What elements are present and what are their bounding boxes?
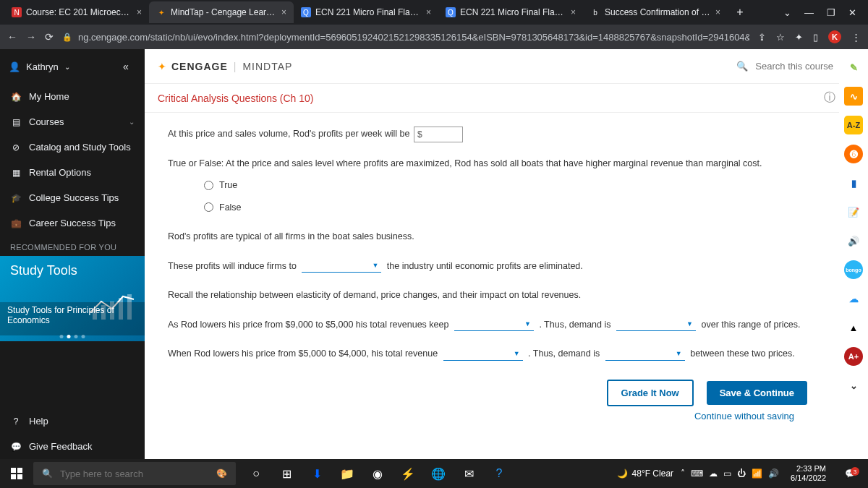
browser-tab[interactable]: N Course: EC 201 Microeconom × [4,1,149,23]
sidebar-item-catalog[interactable]: ⊘ Catalog and Study Tools [0,134,145,160]
close-icon[interactable]: × [715,7,720,17]
dropdown-blank[interactable]: ▼ [443,348,523,361]
promo-card[interactable]: Study Tools Study Tools for Principles o… [0,256,145,341]
weather-widget[interactable]: 🌙 48°F Clear [617,468,674,479]
cloud-icon[interactable]: ☁ [844,289,863,308]
sidebar-item-label: Career Success Tips [29,218,116,228]
share-icon[interactable]: ⇪ [758,32,766,43]
mail-icon[interactable]: ✉ [454,459,483,488]
highlighter-icon[interactable]: ✎ [844,58,863,77]
clock-date: 6/14/2022 [791,474,826,483]
carousel-dots[interactable] [60,335,85,338]
sidebar-item-rental[interactable]: ▦ Rental Options [0,160,145,185]
bongo-icon[interactable]: bongo [844,260,863,279]
profile-avatar[interactable]: K [828,30,841,43]
kebab-menu-icon[interactable]: ⋮ [851,32,861,43]
dropdown-blank[interactable]: ▼ [302,260,381,273]
task-view-icon[interactable]: ⊞ [272,459,301,488]
chevron-down-icon: ▼ [372,260,378,271]
sidebar-item-home[interactable]: 🏠 My Home [0,84,145,109]
app-shell: 👤 Kathryn ⌄ « 🏠 My Home ▤ Courses ⌄ ⊘ Ca… [0,49,868,459]
onedrive-icon[interactable]: ☁ [709,468,718,479]
flash-icon[interactable]: ➏ [844,145,863,163]
question-range2: When Rod lowers his price from $5,000 to… [168,346,814,362]
favicon: b [590,7,600,17]
sidebar-item-feedback[interactable]: 💬 Give Feedback [0,434,145,459]
rss-icon[interactable]: ∿ [844,87,863,106]
notifications-button[interactable]: 💬 3 [838,468,862,479]
volume-icon[interactable]: 🔊 [768,468,779,479]
cengage-logo: ✦ CENGAGE|MINDTAP [158,61,292,72]
chrome-icon[interactable]: ◉ [363,459,392,488]
sidebar-item-courses[interactable]: ▤ Courses ⌄ [0,109,145,134]
close-icon[interactable]: × [426,7,431,17]
collapse-sidebar-icon[interactable]: « [116,61,136,72]
dropdown-blank[interactable]: ▼ [454,318,534,331]
tab-title: ECN 221 Micro Final Flashcar [315,7,422,17]
close-window-icon[interactable]: ✕ [848,7,856,18]
sidebar-heading-recommended: RECOMMENDED FOR YOU [0,236,145,256]
edge-icon[interactable]: 🌐 [424,459,453,488]
reload-icon[interactable]: ⟳ [45,31,54,43]
search-icon: 🔍 [42,468,53,479]
book-icon: ▤ [10,117,22,127]
forward-icon[interactable]: → [26,31,36,43]
sidebar-user-row[interactable]: 👤 Kathryn ⌄ « [0,49,145,84]
grade-button[interactable]: Grade It Now [607,380,694,406]
speaker-icon[interactable]: 🔊 [844,231,863,250]
bolt-icon[interactable]: ⚡ [393,459,422,488]
wifi-icon[interactable]: 📶 [752,468,762,479]
sidebar-item-help[interactable]: ? Help [0,408,145,434]
start-button[interactable] [0,459,33,488]
browser-tab[interactable]: Q ECN 221 Micro Final Flashcar × [294,1,438,23]
browser-tab[interactable]: b Success Confirmation of Que × [583,1,728,23]
notes-icon[interactable]: 📝 [844,202,863,221]
browser-tab[interactable]: Q ECN 221 Micro Final Flashcar × [438,1,583,23]
file-explorer-icon[interactable]: 📁 [333,459,362,488]
radio-option-false[interactable]: False [204,200,814,216]
browser-tab[interactable]: ✦ MindTap - Cengage Learning × [149,1,294,23]
save-continue-button[interactable]: Save & Continue [707,381,807,405]
radio-icon [204,202,213,212]
chevron-down-icon[interactable]: ⌄ [783,7,791,18]
bookshelf-icon: ▦ [10,168,22,178]
star-icon[interactable]: ☆ [776,32,785,43]
taskbar-clock[interactable]: 2:33 PM 6/14/2022 [786,464,830,482]
extensions-icon[interactable]: ✦ [795,32,803,43]
user-icon: 👤 [9,61,20,72]
search-placeholder-text[interactable]: Search this course [755,61,833,72]
glossary-icon[interactable]: A-Z [844,116,863,134]
close-icon[interactable]: × [281,7,286,17]
dropdown-blank[interactable]: ▼ [616,318,696,331]
maximize-icon[interactable]: ❐ [827,7,835,18]
dropdown-blank[interactable]: ▼ [605,348,685,361]
meet-now-icon[interactable]: ▭ [723,468,731,479]
taskbar-search[interactable]: 🔍 🎨 [33,462,236,485]
close-icon[interactable]: × [571,7,576,17]
reading-list-icon[interactable]: ▯ [813,32,818,43]
close-icon[interactable]: × [137,7,142,17]
url-field[interactable]: 🔒 ng.cengage.com/static/nb/ui/evo/index.… [62,32,749,43]
battery-icon[interactable]: ⏻ [737,468,746,479]
profit-input[interactable]: $ [414,127,463,142]
search-icon[interactable]: 🔍 [736,61,748,72]
book-icon[interactable]: ▮ [844,174,863,192]
dropbox-icon[interactable]: ⬇ [302,459,331,488]
back-icon[interactable]: ← [7,31,17,43]
sidebar-item-college-tips[interactable]: 🎓 College Success Tips [0,185,145,210]
keyboard-icon[interactable]: ⌨ [691,468,703,479]
cortana-icon[interactable]: ○ [242,459,271,488]
minimize-icon[interactable]: — [804,7,814,18]
new-tab-button[interactable]: + [731,3,749,22]
taskbar-search-input[interactable] [60,468,209,479]
tray-chevron-icon[interactable]: ˄ [681,468,685,479]
aplus-icon[interactable]: A+ [844,347,863,366]
help-app-icon[interactable]: ? [485,459,514,488]
info-icon[interactable]: ⓘ [824,90,835,106]
expand-icon[interactable]: ⌄ [844,376,863,395]
help-icon: ? [10,416,22,427]
sidebar-item-career-tips[interactable]: 💼 Career Success Tips [0,210,145,236]
continue-without-saving-link[interactable]: Continue without saving [168,411,814,421]
drive-icon[interactable]: ▲ [844,318,863,337]
radio-option-true[interactable]: True [204,177,814,194]
